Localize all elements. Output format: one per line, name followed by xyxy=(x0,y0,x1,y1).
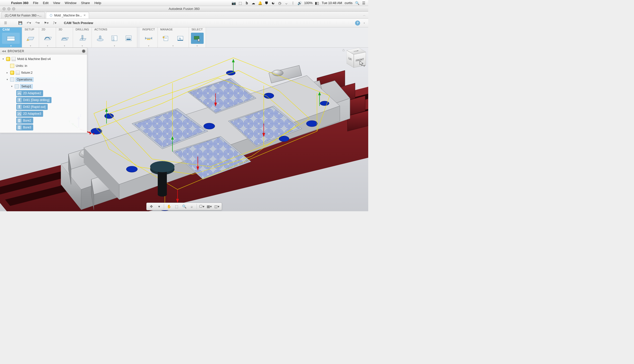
twisty-open-icon[interactable]: ▾ xyxy=(2,58,5,60)
menu-edit[interactable]: Edit xyxy=(43,1,48,5)
fit-icon[interactable]: ⌕ xyxy=(188,203,195,209)
browser-collapse-icon[interactable]: ◀◀ xyxy=(2,49,6,53)
battery-icon[interactable]: ▮▯ xyxy=(315,1,319,5)
ribbon-group-manage-dropdown-icon[interactable]: ▾ xyxy=(159,44,188,47)
post-process-button[interactable]: G1 G2 G3 xyxy=(108,33,121,44)
notification-center-icon[interactable]: ☰ xyxy=(362,1,366,5)
simulate-button[interactable] xyxy=(94,33,107,44)
zoom-window-button[interactable] xyxy=(12,7,15,10)
data-panel-icon[interactable]: ⚑▾ xyxy=(43,20,49,26)
b-icon[interactable]: b xyxy=(245,1,249,5)
ribbon-group-setup-dropdown-icon[interactable]: ▾ xyxy=(23,44,38,47)
tree-root-row[interactable]: ▾ Mold & Machine Bed v4 xyxy=(0,55,87,62)
redo-icon[interactable]: ↷▾ xyxy=(34,20,41,26)
dropbox-icon[interactable]: ⬚ xyxy=(238,1,242,5)
bell-icon[interactable]: 🔔 xyxy=(258,1,262,5)
menu-app-name[interactable]: Fusion 360 xyxy=(11,1,28,5)
menu-window[interactable]: Window xyxy=(65,1,76,5)
viewcube-home-icon[interactable]: ⌂ xyxy=(342,48,345,52)
tabs-overflow-icon[interactable]: ︿ xyxy=(363,13,366,17)
measure-button[interactable] xyxy=(142,33,155,44)
bluetooth-icon[interactable]: ⌵ xyxy=(284,1,288,5)
tree-operation-row[interactable]: 2D Adaptive2 xyxy=(0,90,87,97)
minimize-window-button[interactable] xyxy=(7,7,10,10)
operation-chip[interactable]: 2D Adaptive3 xyxy=(16,111,43,117)
clock-text[interactable]: Tue 10:48 AM xyxy=(322,1,342,5)
grid-settings-icon[interactable]: ▦▾ xyxy=(206,203,213,209)
task-manager-button[interactable]: % xyxy=(174,33,187,44)
twisty-closed-icon[interactable]: ▸ xyxy=(6,71,9,74)
select-button[interactable] xyxy=(191,33,204,44)
setup-button[interactable] xyxy=(24,33,37,44)
viewport-layout-icon[interactable]: ◫▾ xyxy=(214,203,220,209)
tree-operation-row[interactable]: Drill2 [Rapid out] xyxy=(0,103,87,110)
drilling-button[interactable] xyxy=(76,33,89,44)
viewcube[interactable]: ⌂ FRONT TOP LEFT xyxy=(348,49,365,66)
ribbon-group-cam-dropdown-icon[interactable]: ▾ xyxy=(1,44,21,47)
visibility-icon[interactable] xyxy=(10,71,14,75)
ribbon-group-2d-dropdown-icon[interactable]: ▾ xyxy=(40,44,55,47)
tree-operation-row[interactable]: Bore3 xyxy=(0,124,87,131)
browser-settings-icon[interactable] xyxy=(82,49,85,53)
document-tab-1[interactable]: (1) CAM for Fusion 360 –... xyxy=(2,12,45,18)
battery-text[interactable]: 100% xyxy=(304,1,312,5)
tree-operations-row[interactable]: ▾ Operations xyxy=(0,76,87,83)
save-icon[interactable]: 💾 xyxy=(17,20,23,26)
menu-help[interactable]: Help xyxy=(94,1,101,5)
document-tab-2[interactable]: ⎔ Mold _Machine Be... ✕ xyxy=(46,12,89,18)
cam-overview-button[interactable] xyxy=(2,33,20,44)
share-icon[interactable]: ⤴︎▾ xyxy=(52,20,58,26)
operation-chip[interactable]: 2D Adaptive2 xyxy=(16,90,43,96)
tree-operation-row[interactable]: Bore2 xyxy=(0,117,87,124)
operation-chip[interactable]: Drill2 [Rapid out] xyxy=(16,104,48,110)
display-settings-icon[interactable]: 🖵▾ xyxy=(198,203,205,209)
close-tab-icon[interactable]: ✕ xyxy=(83,14,86,17)
tree-units-row[interactable]: Units: in xyxy=(0,62,87,69)
cloud-icon[interactable]: ☁︎ xyxy=(251,1,255,5)
ribbon-group-3d-dropdown-icon[interactable]: ▾ xyxy=(57,44,72,47)
3d-button[interactable] xyxy=(58,33,71,44)
ribbon-group-select-dropdown-icon[interactable]: ▾ xyxy=(190,44,205,47)
2d-button[interactable] xyxy=(41,33,54,44)
app-menu-icon[interactable]: ☰ xyxy=(3,20,9,26)
twisty-open-icon[interactable]: ▾ xyxy=(6,78,9,81)
look-at-icon[interactable]: ▾ xyxy=(156,203,162,209)
menu-file[interactable]: File xyxy=(33,1,38,5)
svg-point-63 xyxy=(91,128,102,134)
clock-icon[interactable]: ◷ xyxy=(278,1,282,5)
menu-view[interactable]: View xyxy=(53,1,60,5)
ribbon-group-drilling-dropdown-icon[interactable]: ▾ xyxy=(74,44,91,47)
zoom-icon[interactable]: 🔍 xyxy=(181,203,187,209)
ribbon-group-inspect-dropdown-icon[interactable]: ▾ xyxy=(141,44,156,47)
operation-chip[interactable]: Bore2 xyxy=(16,118,33,124)
operation-chip[interactable]: Drill1 [Deep drilling] xyxy=(16,97,51,103)
tree-setup-row[interactable]: ▾ Setup1 xyxy=(0,83,87,90)
pan-icon[interactable]: ✋ xyxy=(166,203,172,209)
tree-operation-row[interactable]: Drill1 [Deep drilling] xyxy=(0,97,87,103)
twisty-open-icon[interactable]: ▾ xyxy=(10,85,13,88)
zoom-window-icon[interactable]: ⬚ xyxy=(173,203,180,209)
orbit-icon[interactable]: ✥ xyxy=(148,203,155,209)
setup-sheet-button[interactable] xyxy=(122,33,135,44)
viewport[interactable]: x Y Z ◀◀ BROWSER ▾ Mold & Ma xyxy=(0,48,368,211)
tree-operation-row[interactable]: 2D Adaptive3 xyxy=(0,110,87,117)
close-window-button[interactable] xyxy=(3,7,6,10)
workspace-label[interactable]: CAM Tech Preview xyxy=(64,21,93,25)
tool-library-button[interactable] xyxy=(160,33,172,44)
wifi-icon[interactable]: ⧙ xyxy=(291,1,295,5)
volume-icon[interactable]: 🔊 xyxy=(297,1,302,5)
camera-icon[interactable]: 📷 xyxy=(232,1,236,5)
visibility-icon[interactable] xyxy=(6,57,10,61)
user-text[interactable]: curtis xyxy=(345,1,353,5)
tree-fixture-row[interactable]: ▸ fixture:2 xyxy=(0,69,87,76)
help-dropdown-icon[interactable]: ▾ xyxy=(363,20,366,26)
apple-icon[interactable] xyxy=(3,1,7,5)
spotlight-icon[interactable]: 🔍 xyxy=(355,1,359,5)
ribbon-group-actions-dropdown-icon[interactable]: ▾ xyxy=(93,44,136,47)
shield-icon[interactable]: ⛊ xyxy=(265,1,269,5)
sync-icon[interactable]: ☯︎ xyxy=(271,1,275,5)
help-button[interactable]: ? xyxy=(355,21,360,26)
menu-share[interactable]: Share xyxy=(81,1,90,5)
undo-icon[interactable]: ↶▾ xyxy=(26,20,32,26)
operation-chip[interactable]: Bore3 xyxy=(16,124,33,130)
